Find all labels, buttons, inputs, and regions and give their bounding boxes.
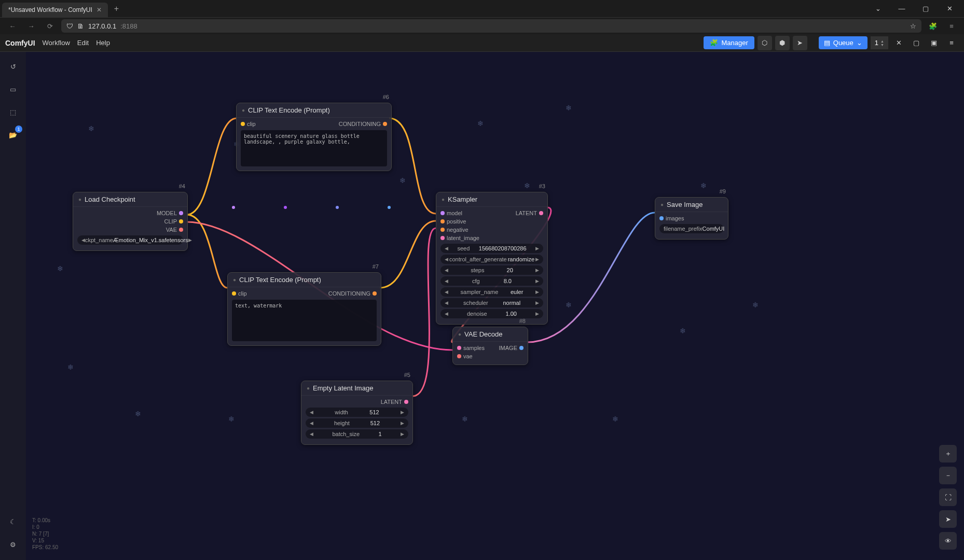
queue-button[interactable]: ▤ Queue ⌄: [819, 36, 867, 49]
steps-widget[interactable]: ◀steps20▶: [440, 265, 543, 275]
zoom-in-button[interactable]: ＋: [939, 445, 957, 463]
spin-down-icon[interactable]: ▼: [880, 43, 884, 47]
close-window-button[interactable]: ✕: [939, 0, 960, 17]
browser-titlebar: *Unsaved Workflow - ComfyUI ✕ + ⌄ — ▢ ✕: [0, 0, 964, 17]
menu-workflow[interactable]: Workflow: [43, 39, 70, 47]
node-clip-text-encode-positive[interactable]: #6 ●CLIP Text Encode (Prompt) clip CONDI…: [236, 103, 392, 171]
cancel-icon[interactable]: ✕: [891, 36, 906, 50]
menu-edit[interactable]: Edit: [77, 39, 89, 47]
node-id: #9: [720, 188, 726, 194]
manager-button[interactable]: 🧩 Manager: [704, 36, 754, 49]
ckpt-name-widget[interactable]: ◀ ckpt_name Æmotion_Mix_v1.safetensors ▶: [77, 235, 183, 245]
node-header[interactable]: ●KSampler: [436, 192, 547, 207]
node-ksampler[interactable]: #3 ●KSampler modelLATENT positive negati…: [436, 192, 548, 325]
node-header[interactable]: ●Empty Latent Image: [301, 381, 412, 396]
stat-n: N: 7 [7]: [32, 530, 58, 537]
stat-i: I: 0: [32, 524, 58, 530]
folder-icon[interactable]: 📂1: [7, 129, 19, 141]
url-field[interactable]: 🛡 🗎 127.0.0.1:8188 ☆: [61, 19, 921, 33]
spin-up-icon[interactable]: ▲: [880, 39, 884, 43]
extensions-icon[interactable]: 🧩: [926, 19, 940, 33]
model-search-icon[interactable]: ⬢: [775, 36, 790, 50]
svg-point-1: [284, 206, 287, 209]
chevron-down-icon[interactable]: ⌄: [857, 39, 862, 47]
node-id: #7: [373, 263, 379, 270]
node-id: #3: [539, 183, 545, 189]
scheduler-widget[interactable]: ◀schedulernormal▶: [440, 298, 543, 307]
settings-icon[interactable]: ⚙: [7, 538, 19, 551]
node-load-checkpoint[interactable]: #4 ●Load Checkpoint MODEL CLIP VAE ◀ ckp…: [73, 192, 188, 251]
app-menu-icon[interactable]: ≡: [944, 19, 959, 33]
denoise-widget[interactable]: ◀denoise1.00▶: [440, 309, 543, 318]
forward-button[interactable]: →: [24, 19, 38, 33]
node-clip-text-encode-negative[interactable]: #7 ●CLIP Text Encode (Prompt) clip CONDI…: [227, 272, 381, 346]
batch-size-widget[interactable]: ◀batch_size1▶: [306, 429, 408, 439]
node-save-image[interactable]: #9 ●Save Image images filename_prefixCom…: [655, 197, 728, 240]
svg-point-2: [336, 206, 339, 209]
node-id: #5: [404, 372, 410, 378]
performance-stats: T: 0.00s I: 0 N: 7 [7] V: 15 FPS: 62.50: [32, 517, 58, 551]
reload-button[interactable]: ⟳: [43, 19, 57, 33]
tab-close-icon[interactable]: ✕: [97, 6, 102, 13]
left-sidebar: ↺ ▭ ⬚ 📂1 ☾ ⚙: [0, 52, 26, 560]
filename-prefix-widget[interactable]: filename_prefixComfyUI: [659, 224, 724, 233]
width-widget[interactable]: ◀width512▶: [306, 408, 408, 417]
page-info-icon: 🗎: [77, 22, 84, 30]
prompt-text-input[interactable]: beautiful scenery nature glass bottle la…: [241, 130, 387, 166]
sampler-name-widget[interactable]: ◀sampler_nameeuler▶: [440, 287, 543, 297]
history-icon[interactable]: ↺: [7, 60, 19, 73]
stat-v: V: 15: [32, 537, 58, 544]
puzzle-icon: 🧩: [710, 39, 718, 47]
panel-left-icon[interactable]: ▢: [909, 36, 924, 50]
node-empty-latent-image[interactable]: #5 ●Empty Latent Image LATENT ◀width512▶…: [301, 381, 413, 445]
svg-point-0: [232, 206, 235, 209]
theme-icon[interactable]: ☾: [7, 515, 19, 528]
back-button[interactable]: ←: [5, 19, 20, 33]
queue-count[interactable]: 1 ▲▼: [871, 36, 888, 49]
canvas-area[interactable]: ↺ ▭ ⬚ 📂1 ☾ ⚙ T: 0.00s I: 0 N: 7 [7] V: 1…: [0, 52, 964, 560]
minimize-button[interactable]: —: [891, 0, 912, 17]
app-title: ComfyUI: [5, 39, 35, 47]
nodes-list-icon[interactable]: ▭: [7, 83, 19, 95]
maximize-button[interactable]: ▢: [915, 0, 936, 17]
node-header[interactable]: ●Load Checkpoint: [73, 192, 187, 207]
node-search-icon[interactable]: ⬡: [758, 36, 772, 50]
menu-help[interactable]: Help: [96, 39, 110, 47]
prompt-text-input[interactable]: text, watermark: [232, 300, 377, 341]
canvas-controls: ＋ － ⛶ ➤ 👁: [939, 445, 957, 550]
node-vae-decode[interactable]: #8 ●VAE Decode samplesIMAGE vae: [452, 327, 528, 365]
new-tab-button[interactable]: +: [108, 4, 125, 13]
node-graph-canvas[interactable]: ❄ ❄ ❄ ❄ ❄ ❄ ❄ ❄ ❄ ❄ ❄ ❄ ❄ ❄ ❄ ❄: [26, 52, 964, 560]
app-menu-bar: ComfyUI Workflow Edit Help 🧩 Manager ⬡ ⬢…: [0, 34, 964, 52]
url-host: 127.0.0.1: [88, 22, 116, 30]
node-header[interactable]: ●Save Image: [655, 198, 728, 212]
node-id: #8: [519, 318, 526, 324]
panel-right-icon[interactable]: ▣: [927, 36, 941, 50]
node-id: #4: [179, 183, 185, 189]
cfg-widget[interactable]: ◀cfg8.0▶: [440, 276, 543, 286]
tabs-dropdown-icon[interactable]: ⌄: [867, 0, 888, 17]
stat-fps: FPS: 62.50: [32, 544, 58, 551]
node-header[interactable]: ●CLIP Text Encode (Prompt): [237, 103, 391, 118]
node-header[interactable]: ●VAE Decode: [453, 327, 528, 342]
eye-icon[interactable]: 👁: [939, 532, 957, 550]
svg-point-3: [388, 206, 391, 209]
control-after-generate-widget[interactable]: ◀control_after_generaterandomize▶: [440, 255, 543, 264]
fit-view-button[interactable]: ⛶: [939, 488, 957, 506]
folder-badge: 1: [15, 125, 22, 133]
node-header[interactable]: ●CLIP Text Encode (Prompt): [228, 273, 381, 287]
queue-icon: ▤: [824, 39, 830, 47]
seed-widget[interactable]: ◀seed156680208700286▶: [440, 244, 543, 253]
zoom-out-button[interactable]: －: [939, 467, 957, 484]
models-icon[interactable]: ⬚: [7, 106, 19, 118]
bookmark-star-icon[interactable]: ☆: [910, 22, 916, 30]
locate-button[interactable]: ➤: [939, 510, 957, 528]
manager-label: Manager: [721, 39, 748, 47]
share-icon[interactable]: ➤: [793, 36, 807, 50]
hamburger-icon[interactable]: ≡: [944, 36, 959, 50]
url-port: :8188: [120, 22, 137, 30]
height-widget[interactable]: ◀height512▶: [306, 418, 408, 428]
browser-tab[interactable]: *Unsaved Workflow - ComfyUI ✕: [2, 3, 108, 17]
tab-title: *Unsaved Workflow - ComfyUI: [8, 6, 92, 13]
stat-t: T: 0.00s: [32, 517, 58, 524]
